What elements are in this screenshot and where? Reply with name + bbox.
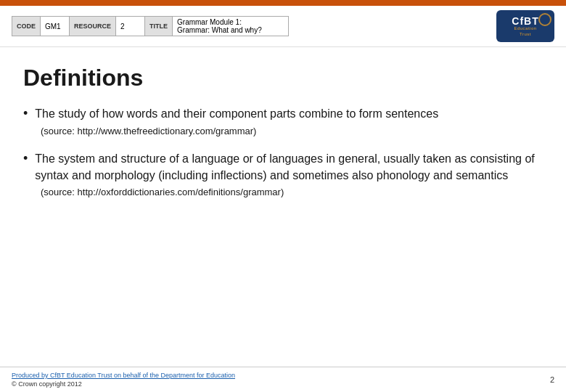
main-content: Definitions • The study of how words and…: [0, 47, 566, 224]
logo-globe-icon: [538, 13, 551, 26]
footer-copyright: © Crown copyright 2012: [12, 380, 235, 388]
page-title: Definitions: [23, 65, 543, 91]
bullet-dot-2: •: [23, 150, 28, 168]
page-number: 2: [550, 375, 554, 384]
bullet-text-2: The system and structure of a language o…: [35, 151, 543, 184]
bullet-item-2: • The system and structure of a language…: [23, 151, 543, 184]
bullet-text-1: The study of how words and their compone…: [35, 106, 438, 122]
bullet-source-1: (source: http://www.thefreedictionary.co…: [41, 126, 543, 136]
bullet-dot-1: •: [23, 105, 28, 123]
logo-education-text: Education: [514, 26, 536, 31]
code-value: GM1: [41, 17, 70, 36]
meta-table: CODE GM1 RESOURCE 2 TITLE Grammar Module…: [12, 16, 289, 36]
resource-value: 2: [116, 17, 145, 36]
logo-cfbt-text: CfBT: [512, 16, 538, 26]
resource-label: RESOURCE: [70, 17, 116, 36]
top-bar: [0, 0, 566, 6]
bullet-section-1: • The study of how words and their compo…: [23, 106, 543, 136]
footer-link[interactable]: Produced by CfBT Education Trust on beha…: [12, 372, 235, 379]
logo-inner: CfBT Education Trust: [512, 16, 538, 36]
title-label: TITLE: [145, 17, 173, 36]
header-area: CODE GM1 RESOURCE 2 TITLE Grammar Module…: [0, 6, 566, 47]
bullet-section-2: • The system and structure of a language…: [23, 151, 543, 197]
bullet-source-2: (source: http://oxforddictionaries.com/d…: [41, 187, 543, 197]
title-value: Grammar Module 1:Grammar: What and why?: [173, 17, 289, 36]
footer: Produced by CfBT Education Trust on beha…: [0, 367, 566, 392]
code-label: CODE: [12, 17, 41, 36]
logo-trust-text: Trust: [520, 32, 531, 36]
bullet-item-1: • The study of how words and their compo…: [23, 106, 543, 123]
logo: CfBT Education Trust: [496, 10, 554, 42]
footer-left: Produced by CfBT Education Trust on beha…: [12, 372, 235, 388]
